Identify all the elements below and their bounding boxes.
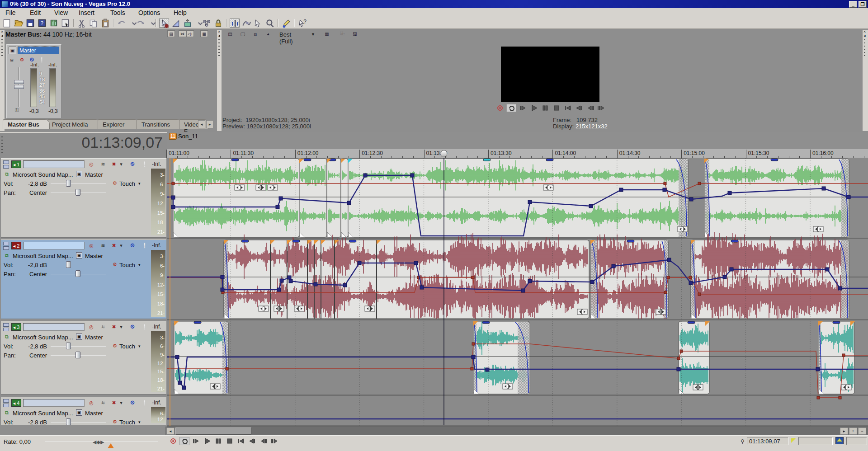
menu-options[interactable]: Options [136,9,163,17]
bus-button[interactable]: ▣ [76,334,82,340]
save-button[interactable] [25,19,35,28]
bus-button[interactable]: ▣ [76,409,82,416]
tool-lock-button[interactable] [213,19,223,28]
minimize-button[interactable]: _ [849,1,857,8]
speakers-icon[interactable]: ⋈ [179,30,186,37]
menu-view[interactable]: View [52,9,71,17]
dim-icon[interactable]: ❕ [38,56,45,63]
mute-icon[interactable]: ✖ [110,242,118,249]
dock-right-grip[interactable]: ×◂ [863,30,868,131]
go-end-button[interactable] [247,437,257,445]
pause-button[interactable] [213,437,223,445]
time-ruler[interactable]: 01:11:0001:11:3001:12:0001:12:3001:13:00… [167,149,868,158]
tab-master-bus[interactable]: Master Bus [3,119,50,129]
menu-file[interactable]: File [3,9,19,17]
envelope-icon[interactable]: ≋ [99,242,107,249]
status-timecode[interactable]: 01:13:09,07 [747,437,788,445]
lock-icon[interactable]: ⚿ [15,107,19,113]
tool-envelope-button[interactable] [171,19,181,28]
solo-icon[interactable]: 🛇 [129,399,136,406]
play-button[interactable] [202,437,212,445]
tool-arrow-button[interactable] [253,19,263,28]
record-arm-icon[interactable]: ◎ [88,324,95,330]
automation-mode[interactable]: Touch [119,419,135,426]
vol-slider[interactable] [51,183,106,184]
track-name-field[interactable] [23,323,85,331]
prev-frame-button[interactable] [259,437,269,445]
vol-slider-handle[interactable] [66,180,71,187]
tab-scroll-left[interactable]: ◂ [198,120,205,128]
mute-caret[interactable]: ▾ [118,399,125,406]
envelope-icon[interactable]: ≋ [99,324,107,330]
automation-gear-icon[interactable]: ⚙ [111,261,118,268]
solo-icon[interactable]: 🛇 [129,324,136,330]
record-arm-icon[interactable]: ◎ [88,242,95,249]
track-restore[interactable] [3,165,9,169]
next-frame-button[interactable] [270,437,280,445]
dim-icon[interactable]: ❕ [141,242,148,249]
automation-mode[interactable]: Touch [119,343,135,350]
vol-slider[interactable] [51,346,106,347]
pencil-button[interactable] [281,19,291,28]
properties-button[interactable] [61,19,71,28]
go-start-button[interactable] [236,437,246,445]
rate-slider-handle[interactable]: ◀◆▶ [93,439,104,445]
zoom-out-button[interactable]: − [858,428,866,435]
timeline-scrollbar[interactable]: ◂ ▸ + − [165,427,868,435]
track-name-field[interactable] [23,399,85,407]
preview-go-start-button[interactable] [563,104,573,112]
preview-loop-button[interactable] [506,104,516,112]
automation-caret[interactable]: ▾ [138,181,141,186]
marker-flag[interactable]: 11 [169,133,177,140]
whats-this-button[interactable]: ? [297,19,307,28]
home-icon[interactable] [835,437,844,444]
menu-insert[interactable]: Insert [76,9,97,17]
pan-slider-handle[interactable] [75,189,80,196]
preview-quality-select[interactable]: Best (Full) [279,31,293,45]
automation-caret[interactable]: ▾ [138,420,141,424]
preview-prev-frame-button[interactable] [585,104,595,112]
mute-caret[interactable]: ▾ [118,161,125,168]
timecode-display[interactable]: 01:13:09,07 [0,134,163,156]
copy-button[interactable] [89,19,99,28]
menu-help[interactable]: Help [171,9,189,17]
envelope-icon[interactable]: ≋ [99,161,107,168]
track-icon-4[interactable]: ◂ 4 [11,399,21,407]
redo-button[interactable] [136,19,146,28]
tab-transitions[interactable]: Transitions [137,119,182,129]
bus-button[interactable]: ▣ [76,252,82,258]
solo-icon[interactable]: 🛇 [129,242,136,249]
properties-grid-icon[interactable]: ▦ [200,30,208,37]
save-icon[interactable]: 🖫 [351,31,359,38]
preview-record-button[interactable] [495,104,505,112]
master-fx-button[interactable]: ▣ [9,47,16,54]
open-button[interactable] [14,19,24,28]
track-header-1[interactable]: ◂ 1◎≋✖▾🛇❕-Inf.⧉Microsoft Sound Map...▣Ma… [1,158,166,238]
track-restore[interactable] [3,246,9,250]
track-icon-3[interactable]: ◂ 3 [11,323,21,331]
zoom-in-button[interactable]: + [849,428,857,435]
mute-icon[interactable]: ✖ [110,324,118,330]
loop-button[interactable] [179,437,189,445]
master-name-field[interactable]: Master [18,47,59,54]
scroll-right-button[interactable]: ▸ [840,428,848,435]
vol-value[interactable]: -2,8 dB [27,343,47,350]
overlay-circle-icon[interactable]: ◕ [264,31,272,38]
automation-mode[interactable]: Touch [119,180,135,187]
record-arm-icon[interactable]: ◎ [88,399,95,406]
pan-slider-handle[interactable] [75,352,80,358]
play-start-button[interactable] [191,437,201,445]
pan-slider-handle[interactable] [75,270,80,277]
render-button[interactable]: ? [37,19,47,28]
master-fader-handle[interactable] [14,80,24,90]
tool-group-button[interactable] [202,19,212,28]
track-fx-icon[interactable]: ⧉ [3,334,10,340]
cut-button[interactable] [77,19,87,28]
pin-icon[interactable]: ⚲ [741,438,745,445]
stop-button[interactable] [225,437,235,445]
dim-icon[interactable]: ❕ [141,399,148,406]
tool-spline-button[interactable] [241,19,251,28]
preview-next-frame-button[interactable] [597,104,607,112]
preview-go-end-button[interactable] [574,104,584,112]
dim-icon[interactable]: ❕ [141,324,148,330]
